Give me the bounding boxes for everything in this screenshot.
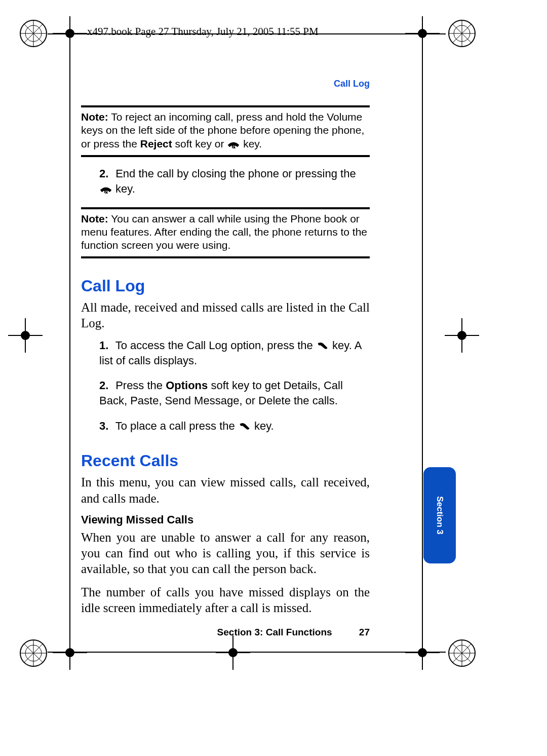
step-options-softkey: 2. Press the Options soft key to get Det… — [99, 378, 363, 408]
note-label: Note: — [81, 111, 108, 123]
page-footer: Section 3: Call Functions 27 — [81, 627, 370, 638]
note-answer-during-menu: Note: You can answer a call while using … — [81, 207, 370, 258]
footer-section: Section 3: Call Functions — [217, 627, 332, 637]
end-key-icon — [227, 138, 240, 151]
registration-mark-icon — [19, 19, 48, 48]
crop-cross-icon — [15, 325, 35, 346]
step-text: Press the — [115, 379, 166, 392]
send-key-icon — [316, 339, 329, 352]
recent-intro: In this menu, you can view missed calls,… — [81, 474, 370, 506]
heading-call-log: Call Log — [81, 277, 466, 295]
step-text: key. — [112, 182, 135, 195]
end-key-icon — [99, 182, 112, 197]
step-text: To place a call press the — [115, 420, 238, 432]
call-log-intro: All made, received and missed calls are … — [81, 299, 370, 331]
crop-cross-icon — [223, 642, 243, 663]
note-label: Note: — [81, 213, 108, 224]
step-access-call-log: 1. To access the Call Log option, press … — [99, 338, 363, 368]
step-number: 1. — [99, 338, 112, 353]
crop-line — [48, 652, 446, 653]
footer-page-number: 27 — [359, 627, 370, 637]
step-number: 2. — [99, 378, 112, 393]
recent-p2: The number of calls you have missed disp… — [81, 584, 370, 616]
send-key-icon — [238, 420, 251, 432]
crop-line — [69, 20, 70, 667]
section-tab: Section 3 — [423, 467, 456, 563]
crop-header-text: x497.book Page 27 Thursday, July 21, 200… — [87, 25, 466, 38]
heading-recent-calls: Recent Calls — [81, 451, 466, 470]
note-reject-call: Note: To reject an incoming call, press … — [81, 105, 370, 157]
running-head: Call Log — [81, 79, 370, 89]
step-number: 3. — [99, 419, 112, 434]
registration-mark-icon — [448, 639, 476, 667]
note-text: You can answer a call while using the Ph… — [81, 213, 367, 251]
step-text: End the call by closing the phone or pre… — [115, 167, 356, 180]
step-bold: Options — [166, 379, 208, 392]
note-bold: Reject — [140, 138, 172, 149]
note-text: key. — [240, 138, 262, 149]
registration-mark-icon — [19, 639, 48, 667]
step-text: key. — [251, 420, 274, 432]
step-end-call: 2. End the call by closing the phone or … — [99, 166, 363, 197]
step-place-call: 3. To place a call press the key. — [99, 419, 363, 434]
note-text: soft key or — [172, 138, 227, 149]
step-text: To access the Call Log option, press the — [115, 339, 316, 352]
step-number: 2. — [99, 166, 112, 181]
subheading-viewing-missed: Viewing Missed Calls — [81, 513, 466, 526]
recent-p1: When you are unable to answer a call for… — [81, 530, 370, 577]
section-tab-label: Section 3 — [435, 496, 445, 535]
